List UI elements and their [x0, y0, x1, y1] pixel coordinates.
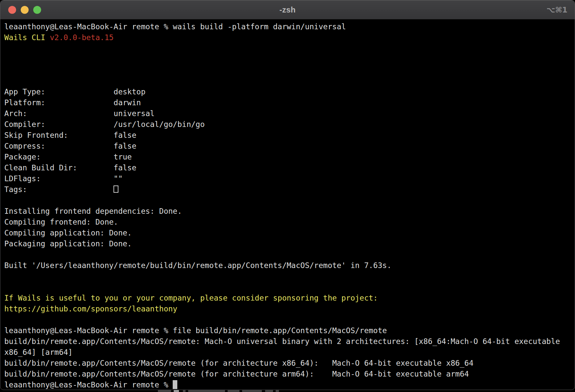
terminal-line: Installing frontend dependencies: Done. — [4, 206, 573, 217]
terminal-line — [4, 249, 573, 260]
terminal-line — [4, 43, 573, 54]
minimize-button[interactable] — [21, 6, 29, 14]
terminal-line — [4, 76, 573, 86]
terminal-screen[interactable]: leaanthony@Leas-MacBook-Air remote % wai… — [0, 19, 575, 390]
close-button[interactable] — [8, 6, 16, 14]
terminal-line: Platform:darwin — [4, 97, 573, 108]
terminal-line: Tags: — [4, 184, 573, 195]
terminal-line: https://github.com/sponsors/leaanthony — [4, 304, 573, 314]
terminal-line: leaanthony@Leas-MacBook-Air remote % fil… — [4, 325, 573, 336]
terminal-line: If Wails is useful to you or your compan… — [4, 293, 573, 304]
terminal-line: build/bin/remote.app/Contents/MacOS/remo… — [4, 358, 573, 369]
terminal-line — [4, 271, 573, 282]
terminal-line: build/bin/remote.app/Contents/MacOS/remo… — [4, 336, 573, 347]
terminal-line: build/bin/remote.app/Contents/MacOS/remo… — [4, 369, 573, 380]
terminal-window: -zsh ⌥⌘1 leaanthony@Leas-MacBook-Air rem… — [0, 0, 575, 390]
terminal-line: Wails CLI v2.0.0-beta.15 — [4, 32, 573, 43]
traffic-lights — [8, 0, 41, 19]
window-title: -zsh — [279, 5, 295, 14]
terminal-line — [4, 314, 573, 325]
terminal-line: Packaging application: Done. — [4, 238, 573, 249]
terminal-line — [4, 282, 573, 293]
terminal-line: Compiling application: Done. — [4, 228, 573, 238]
terminal-line: Built '/Users/leaanthony/remote/build/bi… — [4, 260, 573, 271]
terminal-line — [4, 65, 573, 76]
zoom-button[interactable] — [33, 6, 41, 14]
terminal-line: Compiler:/usr/local/go/bin/go — [4, 119, 573, 130]
terminal-line: leaanthony@Leas-MacBook-Air remote % wai… — [4, 21, 573, 32]
terminal-line: Arch:universal — [4, 108, 573, 119]
terminal-line: leaanthony@Leas-MacBook-Air remote % — [4, 380, 573, 390]
empty-array-glyph — [113, 185, 118, 193]
terminal-line — [4, 195, 573, 206]
background-window-sliver — [0, 390, 575, 392]
terminal-line: App Type:desktop — [4, 86, 573, 97]
terminal-line: Compress:false — [4, 141, 573, 152]
text-cursor — [173, 380, 177, 389]
terminal-line: Package:true — [4, 152, 573, 162]
terminal-line: Clean Build Dir:false — [4, 162, 573, 173]
terminal-line: x86_64] [arm64] — [4, 347, 573, 358]
title-bar[interactable]: -zsh ⌥⌘1 — [0, 0, 575, 19]
terminal-line: LDFlags:"" — [4, 173, 573, 184]
terminal-line: Compiling frontend: Done. — [4, 217, 573, 228]
terminal-line: Skip Frontend:false — [4, 130, 573, 141]
terminal-line — [4, 54, 573, 65]
keyboard-shortcut-badge: ⌥⌘1 — [546, 0, 567, 19]
